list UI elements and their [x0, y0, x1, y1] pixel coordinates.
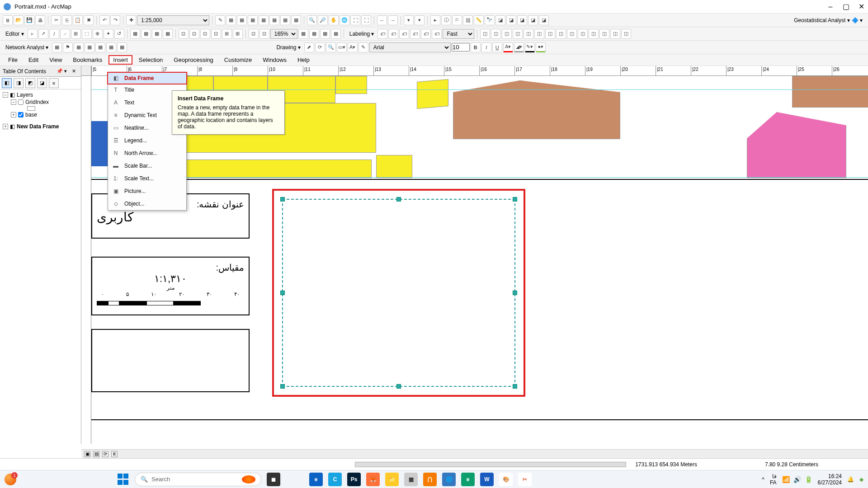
list-by-visibility-icon[interactable]: ◩	[25, 78, 35, 88]
menu-windows[interactable]: Windows	[258, 55, 291, 65]
zoom-icon[interactable]: 🔍	[326, 42, 336, 52]
redo-button[interactable]: ↷	[110, 15, 120, 25]
underline-button[interactable]: U	[492, 42, 502, 52]
full-extent-icon[interactable]: ⛶	[350, 15, 360, 25]
editor-toolbar-icon[interactable]: ✎	[215, 15, 225, 25]
menu-item-picture-[interactable]: ▣Picture...	[108, 185, 186, 197]
delete-button[interactable]: ✖	[84, 15, 94, 25]
menu-item-scale-text-[interactable]: 1:Scale Text...	[108, 172, 186, 185]
toolbar-icon[interactable]: ▦	[331, 29, 341, 39]
edit-vertices-icon[interactable]: ✎	[359, 42, 368, 52]
label-icon[interactable]: 🏷	[377, 29, 387, 39]
select-icon[interactable]: ▸	[430, 15, 440, 25]
gridindex-layer[interactable]: −GridIndex	[3, 99, 78, 106]
resize-handle-s[interactable]	[396, 384, 401, 389]
menu-edit[interactable]: Edit	[24, 55, 43, 65]
undo-button[interactable]: ↶	[99, 15, 109, 25]
menu-item-data-frame[interactable]: ◧Data Frame	[107, 72, 187, 84]
select-element-icon[interactable]: ⬈	[304, 42, 314, 52]
menu-item-scale-bar-[interactable]: ▬Scale Bar...	[108, 160, 186, 172]
resize-handle-w[interactable]	[280, 291, 285, 295]
fill-color-icon[interactable]: ◢▾	[514, 42, 524, 52]
snap-icon[interactable]: ⊡	[189, 29, 199, 39]
snap-icon[interactable]: ⊡	[179, 29, 189, 39]
copilot-icon[interactable]: ◆	[859, 476, 863, 483]
italic-button[interactable]: I	[481, 42, 491, 52]
toolbar-icon[interactable]: ◪	[539, 15, 549, 25]
editor-menu[interactable]: Editor ▾	[3, 31, 27, 37]
edit-tool-icon[interactable]: ✦	[104, 29, 113, 39]
language-indicator[interactable]: فاFA	[770, 473, 777, 486]
minimize-button[interactable]: –	[827, 4, 834, 10]
edit-tool-icon[interactable]: /	[49, 29, 59, 39]
toolbar-icon[interactable]: ◪	[517, 15, 527, 25]
toolbar-icon[interactable]: ▦	[269, 15, 279, 25]
dropdown-icon[interactable]: ▾	[64, 68, 71, 75]
menu-bookmarks[interactable]: Bookmarks	[68, 55, 107, 65]
globe-icon[interactable]: 🌐	[340, 15, 349, 25]
toolbar-icon[interactable]: ◪	[495, 15, 505, 25]
scrollbar[interactable]	[355, 462, 626, 467]
menu-item-legend-[interactable]: ☰Legend...	[108, 134, 186, 147]
toolbar-icon[interactable]: ◫	[502, 29, 512, 39]
data-view-tab[interactable]: ▣	[84, 451, 90, 457]
edit-tool-icon[interactable]: ⊕	[93, 29, 103, 39]
taskbar-app[interactable]: ◼	[267, 473, 280, 486]
snip-icon[interactable]: ✂	[518, 473, 532, 486]
layout-view-tab[interactable]: ▤	[93, 451, 99, 457]
toolbar-icon[interactable]: ⊡	[259, 29, 269, 39]
zoom-out-icon[interactable]: 🔎	[318, 15, 328, 25]
label-icon[interactable]: 🏷	[432, 29, 442, 39]
empty-layout-element[interactable]	[91, 329, 250, 392]
list-by-selection-icon[interactable]: ◪	[37, 78, 47, 88]
identify-icon[interactable]: ⓘ	[441, 15, 451, 25]
edge-canary-icon[interactable]: C	[328, 473, 342, 486]
edit-tool-icon[interactable]: ▦	[163, 29, 173, 39]
labeling-menu[interactable]: Labeling ▾	[347, 31, 377, 37]
na-icon[interactable]: ▦	[85, 42, 94, 52]
chevron-up-icon[interactable]: ^	[762, 476, 764, 483]
fast-combo[interactable]: Fast	[443, 29, 474, 39]
new-button[interactable]: 🗎	[3, 15, 13, 25]
na-icon[interactable]: ▦	[106, 42, 116, 52]
maximize-button[interactable]: ▢	[843, 4, 849, 10]
wifi-icon[interactable]: 📶	[782, 476, 790, 483]
print-button[interactable]: 🖶	[35, 15, 45, 25]
marker-color-icon[interactable]: ●▾	[536, 42, 546, 52]
snap-icon[interactable]: ⊡	[200, 29, 210, 39]
snap-icon[interactable]: ⊞	[233, 29, 243, 39]
notifications-icon[interactable]: 🔔	[847, 476, 854, 483]
toolbar-icon[interactable]: ◪	[506, 15, 516, 25]
edit-tool-icon[interactable]: ▦	[130, 29, 140, 39]
geostatistical-label[interactable]: Geostatistical Analyst ▾ 🔷 ▾	[794, 17, 865, 23]
menu-selection[interactable]: Selection	[134, 55, 167, 65]
app-icon[interactable]: ⋂	[423, 473, 437, 486]
add-data-button[interactable]: ✚	[126, 15, 136, 25]
toolbar-icon[interactable]: ▦	[309, 29, 319, 39]
edit-tool-icon[interactable]: ▦	[141, 29, 151, 39]
toolbar-icon[interactable]: ◫	[545, 29, 555, 39]
resize-handle-sw[interactable]	[280, 384, 285, 389]
edit-tool-icon[interactable]: ⬚	[82, 29, 92, 39]
toolbar-icon[interactable]: ▦	[226, 15, 236, 25]
snap-icon[interactable]: ⊞	[222, 29, 232, 39]
label-icon[interactable]: 🏷	[410, 29, 420, 39]
toolbar-icon[interactable]: ⊡	[249, 29, 259, 39]
menu-insert[interactable]: Insert	[108, 55, 132, 65]
edit-tool-icon[interactable]: ↗	[38, 29, 48, 39]
arcmap-icon[interactable]: 🌐	[442, 473, 456, 486]
back-button[interactable]: ←	[377, 15, 387, 25]
menu-view[interactable]: View	[45, 55, 66, 65]
explorer-icon[interactable]: 📁	[385, 473, 399, 486]
layers-root[interactable]: −◧Layers	[3, 91, 78, 99]
fontsize-input[interactable]	[452, 43, 470, 52]
firefox-icon[interactable]: 🦊	[366, 473, 380, 486]
copy-button[interactable]: ⎘	[62, 15, 72, 25]
toolbar-icon[interactable]: ◫	[513, 29, 523, 39]
network-analyst-menu[interactable]: Network Analyst ▾	[3, 44, 51, 51]
scale-combo[interactable]: 1:25,000	[137, 15, 209, 25]
text-icon[interactable]: A▾	[348, 42, 358, 52]
edit-tool-icon[interactable]: ⟋	[60, 29, 70, 39]
toolbar-icon[interactable]: ◫	[534, 29, 544, 39]
cut-button[interactable]: ✂	[51, 15, 61, 25]
